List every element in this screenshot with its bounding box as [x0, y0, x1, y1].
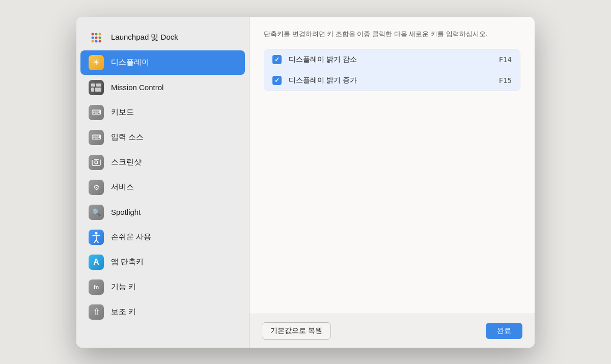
svg-point-0: [92, 33, 94, 35]
launchpad-icon: [89, 30, 104, 45]
checkbox-increase[interactable]: ✓: [272, 76, 282, 85]
sidebar-item-spotlight[interactable]: 🔍 Spotlight: [80, 200, 245, 225]
svg-line-19: [94, 240, 96, 243]
mission-control-icon: [89, 80, 104, 95]
main-content: 단축키를 변경하려면 키 조합을 이중 클릭한 다음 새로운 키를 입력하십시오…: [249, 17, 535, 348]
preferences-window: Launchpad 및 Dock ☀ 디스플레이 Mission Control…: [76, 17, 535, 348]
modifier-icon: ⇧: [89, 304, 104, 320]
svg-point-3: [92, 36, 94, 39]
svg-point-2: [99, 33, 101, 35]
svg-rect-13: [92, 159, 100, 165]
services-icon: ⚙: [89, 180, 104, 195]
svg-rect-12: [95, 88, 101, 92]
shortcuts-table: ✓ 디스플레이 밝기 감소 F14 ✓ 디스플레이 밝기 증가 F15: [264, 49, 520, 91]
display-icon: ☀: [89, 55, 104, 70]
sidebar-item-appshortcuts-label: 앱 단축키: [111, 257, 144, 267]
restore-defaults-button[interactable]: 기본값으로 복원: [262, 322, 331, 340]
sidebar-item-accessibility-label: 손쉬운 사용: [111, 232, 151, 242]
shortcut-key-increase: F15: [499, 76, 512, 85]
svg-line-20: [96, 240, 98, 243]
sidebar-item-screenshot[interactable]: 스크린샷: [80, 150, 245, 175]
sidebar-item-modifier-label: 보조 키: [111, 307, 136, 317]
content-area: 단축키를 변경하려면 키 조합을 이중 클릭한 다음 새로운 키를 입력하십시오…: [249, 17, 535, 314]
checkbox-decrease[interactable]: ✓: [272, 55, 282, 64]
svg-rect-10: [96, 83, 101, 87]
svg-point-14: [95, 161, 98, 164]
keyboard-icon: ⌨: [89, 105, 104, 120]
sidebar-item-modifier[interactable]: ⇧ 보조 키: [80, 300, 245, 324]
sidebar-item-services-label: 서비스: [111, 182, 134, 192]
sidebar-item-display[interactable]: ☀ 디스플레이: [80, 50, 245, 75]
svg-rect-9: [91, 83, 95, 87]
sidebar: Launchpad 및 Dock ☀ 디스플레이 Mission Control…: [76, 17, 249, 348]
shortcut-name-increase: 디스플레이 밝기 증가: [289, 76, 492, 85]
sidebar-item-fnkey-label: 기능 키: [111, 282, 136, 292]
svg-point-5: [99, 36, 101, 39]
svg-point-8: [99, 40, 101, 42]
sidebar-item-accessibility[interactable]: 손쉬운 사용: [80, 225, 245, 249]
svg-point-1: [95, 33, 98, 35]
sidebar-item-input-source[interactable]: ⌨ 입력 소스: [80, 125, 245, 150]
sidebar-item-launchpad[interactable]: Launchpad 및 Dock: [80, 25, 245, 50]
sidebar-item-display-label: 디스플레이: [111, 58, 149, 67]
shortcut-name-decrease: 디스플레이 밝기 감소: [289, 55, 492, 64]
sidebar-item-launchpad-label: Launchpad 및 Dock: [111, 33, 178, 42]
sidebar-item-screenshot-label: 스크린샷: [111, 157, 142, 167]
hint-text: 단축키를 변경하려면 키 조합을 이중 클릭한 다음 새로운 키를 입력하십시오…: [264, 29, 520, 39]
svg-rect-11: [91, 88, 94, 92]
shortcut-row-decrease[interactable]: ✓ 디스플레이 밝기 감소 F14: [264, 49, 520, 70]
svg-point-17: [95, 232, 98, 234]
done-button[interactable]: 완료: [486, 323, 522, 339]
svg-point-4: [95, 36, 98, 39]
sidebar-item-mission-label: Mission Control: [111, 83, 163, 92]
sidebar-item-keyboard-label: 키보드: [111, 107, 134, 117]
shortcut-key-decrease: F14: [499, 55, 512, 64]
sidebar-item-input-label: 입력 소스: [111, 132, 144, 142]
sidebar-item-keyboard[interactable]: ⌨ 키보드: [80, 100, 245, 125]
spotlight-icon: 🔍: [89, 205, 104, 220]
sidebar-item-app-shortcuts[interactable]: A 앱 단축키: [80, 250, 245, 274]
sidebar-item-mission-control[interactable]: Mission Control: [80, 75, 245, 100]
app-shortcuts-icon: A: [89, 255, 104, 270]
fn-key-icon: fn: [89, 279, 104, 295]
input-source-icon: ⌨: [89, 130, 104, 145]
screenshot-icon: [89, 155, 104, 170]
accessibility-icon: [89, 230, 104, 245]
sidebar-item-services[interactable]: ⚙ 서비스: [80, 175, 245, 200]
sidebar-item-fn-key[interactable]: fn 기능 키: [80, 275, 245, 299]
svg-point-6: [92, 40, 94, 42]
footer: 기본값으로 복원 완료: [249, 314, 535, 348]
svg-point-7: [95, 40, 98, 42]
sidebar-item-spotlight-label: Spotlight: [111, 208, 141, 216]
shortcut-row-increase[interactable]: ✓ 디스플레이 밝기 증가 F15: [264, 70, 520, 91]
